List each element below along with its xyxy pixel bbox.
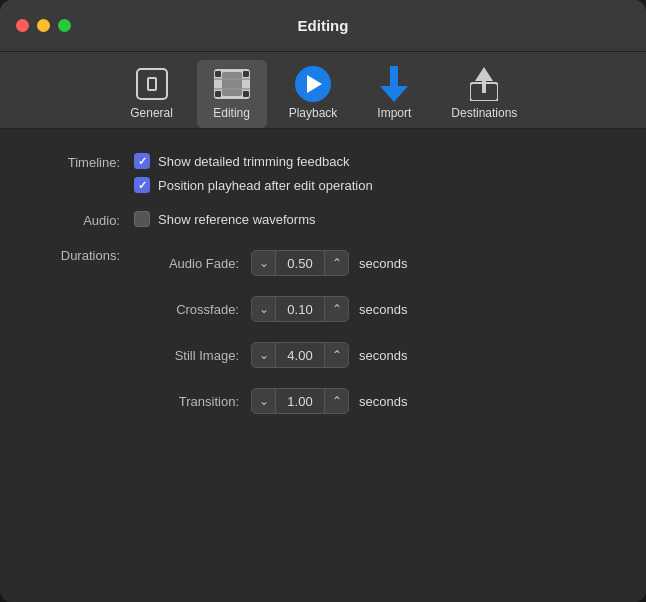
still-image-decrement[interactable]: ⌄	[252, 342, 276, 368]
traffic-lights	[16, 19, 71, 32]
playback-label: Playback	[289, 106, 338, 120]
transition-decrement[interactable]: ⌄	[252, 388, 276, 414]
svg-rect-2	[215, 91, 221, 97]
svg-rect-1	[215, 71, 221, 77]
crossfade-value: 0.10	[276, 296, 324, 322]
audio-fade-decrement[interactable]: ⌄	[252, 250, 276, 276]
toolbar-item-playback[interactable]: Playback	[277, 60, 350, 128]
transition-row: Transition: ⌄ 1.00 ⌃ seconds	[134, 388, 407, 414]
waveforms-checkbox-row: Show reference waveforms	[134, 211, 316, 227]
crossfade-label: Crossfade:	[134, 302, 239, 317]
play-triangle-icon	[307, 75, 322, 93]
audio-fade-value: 0.50	[276, 250, 324, 276]
trimming-checkbox[interactable]	[134, 153, 150, 169]
transition-label: Transition:	[134, 394, 239, 409]
svg-rect-8	[390, 66, 398, 86]
toolbar-item-general[interactable]: General	[117, 60, 187, 128]
durations-label: Durations:	[30, 246, 120, 263]
general-icon	[134, 66, 170, 102]
trimming-checkbox-row: Show detailed trimming feedback	[134, 153, 373, 169]
playback-icon	[295, 66, 331, 102]
import-icon	[376, 66, 412, 102]
durations-section: Durations: Audio Fade: ⌄ 0.50 ⌃ seconds …	[30, 246, 616, 426]
audio-fade-increment[interactable]: ⌃	[324, 250, 348, 276]
film-strip-svg	[214, 69, 250, 99]
crossfade-decrement[interactable]: ⌄	[252, 296, 276, 322]
svg-marker-12	[475, 67, 493, 81]
destinations-svg	[470, 67, 498, 101]
timeline-content: Show detailed trimming feedback Position…	[134, 153, 373, 193]
playhead-checkbox-row: Position playhead after edit operation	[134, 177, 373, 193]
general-icon-inner	[147, 77, 157, 91]
playhead-checkbox[interactable]	[134, 177, 150, 193]
waveforms-checkbox[interactable]	[134, 211, 150, 227]
audio-fade-unit: seconds	[359, 256, 407, 271]
import-label: Import	[377, 106, 411, 120]
playback-circle	[295, 66, 331, 102]
minimize-button[interactable]	[37, 19, 50, 32]
destinations-label: Destinations	[451, 106, 517, 120]
toolbar: General Editing	[0, 52, 646, 129]
svg-rect-3	[243, 71, 249, 77]
still-image-increment[interactable]: ⌃	[324, 342, 348, 368]
general-label: General	[130, 106, 173, 120]
transition-unit: seconds	[359, 394, 407, 409]
still-image-stepper[interactable]: ⌄ 4.00 ⌃	[251, 342, 349, 368]
still-image-value: 4.00	[276, 342, 324, 368]
audio-fade-row: Audio Fade: ⌄ 0.50 ⌃ seconds	[134, 250, 407, 276]
transition-value: 1.00	[276, 388, 324, 414]
import-arrow-svg	[380, 66, 408, 102]
app-window: Editing General	[0, 0, 646, 602]
transition-increment[interactable]: ⌃	[324, 388, 348, 414]
svg-rect-4	[243, 91, 249, 97]
content-area: Timeline: Show detailed trimming feedbac…	[0, 129, 646, 602]
trimming-label: Show detailed trimming feedback	[158, 154, 350, 169]
audio-section: Audio: Show reference waveforms	[30, 211, 616, 228]
timeline-section: Timeline: Show detailed trimming feedbac…	[30, 153, 616, 193]
transition-stepper[interactable]: ⌄ 1.00 ⌃	[251, 388, 349, 414]
crossfade-stepper[interactable]: ⌄ 0.10 ⌃	[251, 296, 349, 322]
toolbar-item-destinations[interactable]: Destinations	[439, 60, 529, 128]
still-image-label: Still Image:	[134, 348, 239, 363]
maximize-button[interactable]	[58, 19, 71, 32]
editing-label: Editing	[213, 106, 250, 120]
timeline-label: Timeline:	[30, 153, 120, 170]
destinations-icon	[466, 66, 502, 102]
toolbar-item-import[interactable]: Import	[359, 60, 429, 128]
close-button[interactable]	[16, 19, 29, 32]
crossfade-unit: seconds	[359, 302, 407, 317]
crossfade-increment[interactable]: ⌃	[324, 296, 348, 322]
svg-marker-9	[380, 86, 408, 102]
crossfade-row: Crossfade: ⌄ 0.10 ⌃ seconds	[134, 296, 407, 322]
audio-fade-stepper[interactable]: ⌄ 0.50 ⌃	[251, 250, 349, 276]
toolbar-item-editing[interactable]: Editing	[197, 60, 267, 128]
window-title: Editing	[298, 17, 349, 34]
title-bar: Editing	[0, 0, 646, 52]
playhead-label: Position playhead after edit operation	[158, 178, 373, 193]
audio-fade-label: Audio Fade:	[134, 256, 239, 271]
svg-rect-5	[222, 72, 242, 96]
editing-icon	[214, 66, 250, 102]
durations-content: Audio Fade: ⌄ 0.50 ⌃ seconds Crossfade: …	[134, 250, 407, 426]
still-image-row: Still Image: ⌄ 4.00 ⌃ seconds	[134, 342, 407, 368]
still-image-unit: seconds	[359, 348, 407, 363]
general-icon-box	[136, 68, 168, 100]
waveforms-label: Show reference waveforms	[158, 212, 316, 227]
audio-content: Show reference waveforms	[134, 211, 316, 227]
audio-label: Audio:	[30, 211, 120, 228]
